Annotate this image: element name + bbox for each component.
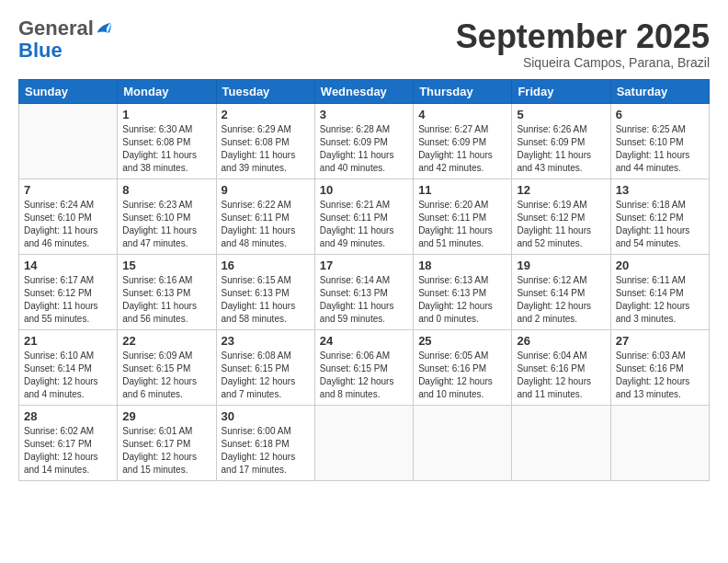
- calendar-week-1: 1Sunrise: 6:30 AM Sunset: 6:08 PM Daylig…: [19, 103, 710, 178]
- day-number: 12: [517, 183, 605, 197]
- day-number: 23: [222, 334, 310, 348]
- calendar-cell: 26Sunrise: 6:04 AM Sunset: 6:16 PM Dayli…: [512, 329, 610, 405]
- calendar-cell: [414, 405, 512, 480]
- calendar-cell: 10Sunrise: 6:21 AM Sunset: 6:11 PM Dayli…: [314, 178, 413, 254]
- calendar-cell: 25Sunrise: 6:05 AM Sunset: 6:16 PM Dayli…: [414, 329, 512, 405]
- calendar-cell: 12Sunrise: 6:19 AM Sunset: 6:12 PM Dayli…: [512, 178, 610, 254]
- day-number: 29: [122, 409, 210, 423]
- calendar-cell: 13Sunrise: 6:18 AM Sunset: 6:12 PM Dayli…: [610, 178, 709, 254]
- day-number: 13: [616, 183, 704, 197]
- day-number: 22: [122, 334, 210, 348]
- calendar-cell: 28Sunrise: 6:02 AM Sunset: 6:17 PM Dayli…: [19, 405, 118, 480]
- day-number: 1: [122, 108, 210, 121]
- day-info: Sunrise: 6:10 AM Sunset: 6:14 PM Dayligh…: [24, 350, 112, 401]
- day-info: Sunrise: 6:30 AM Sunset: 6:08 PM Dayligh…: [122, 123, 210, 175]
- calendar-cell: 27Sunrise: 6:03 AM Sunset: 6:16 PM Dayli…: [610, 329, 709, 405]
- day-info: Sunrise: 6:28 AM Sunset: 6:09 PM Dayligh…: [320, 123, 408, 175]
- calendar-cell: 30Sunrise: 6:00 AM Sunset: 6:18 PM Dayli…: [216, 405, 314, 480]
- calendar-cell: 15Sunrise: 6:16 AM Sunset: 6:13 PM Dayli…: [118, 254, 216, 329]
- calendar-week-4: 21Sunrise: 6:10 AM Sunset: 6:14 PM Dayli…: [19, 329, 710, 405]
- day-info: Sunrise: 6:23 AM Sunset: 6:10 PM Dayligh…: [122, 199, 210, 250]
- day-info: Sunrise: 6:13 AM Sunset: 6:13 PM Dayligh…: [418, 274, 506, 326]
- day-info: Sunrise: 6:08 AM Sunset: 6:15 PM Dayligh…: [222, 350, 310, 401]
- day-number: 18: [418, 259, 506, 272]
- calendar-cell: 22Sunrise: 6:09 AM Sunset: 6:15 PM Dayli…: [118, 329, 216, 405]
- page-header: General Blue September 2025 Siqueira Cam…: [18, 18, 710, 70]
- calendar-cell: 6Sunrise: 6:25 AM Sunset: 6:10 PM Daylig…: [610, 103, 709, 178]
- day-info: Sunrise: 6:21 AM Sunset: 6:11 PM Dayligh…: [320, 199, 408, 250]
- day-info: Sunrise: 6:20 AM Sunset: 6:11 PM Dayligh…: [418, 199, 506, 250]
- day-number: 3: [320, 108, 408, 121]
- day-info: Sunrise: 6:06 AM Sunset: 6:15 PM Dayligh…: [320, 350, 408, 401]
- calendar-cell: 3Sunrise: 6:28 AM Sunset: 6:09 PM Daylig…: [314, 103, 413, 178]
- day-number: 16: [222, 259, 310, 272]
- day-number: 30: [222, 409, 310, 423]
- location-subtitle: Siqueira Campos, Parana, Brazil: [456, 55, 710, 70]
- calendar-cell: 17Sunrise: 6:14 AM Sunset: 6:13 PM Dayli…: [314, 254, 413, 329]
- calendar-week-5: 28Sunrise: 6:02 AM Sunset: 6:17 PM Dayli…: [19, 405, 710, 480]
- day-number: 7: [24, 183, 112, 197]
- day-number: 9: [222, 183, 310, 197]
- calendar-cell: 8Sunrise: 6:23 AM Sunset: 6:10 PM Daylig…: [118, 178, 216, 254]
- day-info: Sunrise: 6:12 AM Sunset: 6:14 PM Dayligh…: [517, 274, 605, 326]
- day-number: 11: [418, 183, 506, 197]
- day-info: Sunrise: 6:25 AM Sunset: 6:10 PM Dayligh…: [616, 123, 704, 175]
- day-number: 26: [517, 334, 605, 348]
- calendar-cell: 23Sunrise: 6:08 AM Sunset: 6:15 PM Dayli…: [216, 329, 314, 405]
- day-info: Sunrise: 6:11 AM Sunset: 6:14 PM Dayligh…: [616, 274, 704, 326]
- day-header-saturday: Saturday: [610, 79, 709, 103]
- calendar-cell: 5Sunrise: 6:26 AM Sunset: 6:09 PM Daylig…: [512, 103, 610, 178]
- calendar-cell: 2Sunrise: 6:29 AM Sunset: 6:08 PM Daylig…: [216, 103, 314, 178]
- calendar-cell: 29Sunrise: 6:01 AM Sunset: 6:17 PM Dayli…: [118, 405, 216, 480]
- calendar-cell: 16Sunrise: 6:15 AM Sunset: 6:13 PM Dayli…: [216, 254, 314, 329]
- day-info: Sunrise: 6:22 AM Sunset: 6:11 PM Dayligh…: [222, 199, 310, 250]
- day-number: 25: [418, 334, 506, 348]
- day-number: 8: [122, 183, 210, 197]
- day-header-tuesday: Tuesday: [216, 79, 314, 103]
- month-title: September 2025: [456, 18, 710, 55]
- day-number: 17: [320, 259, 408, 272]
- calendar-cell: 14Sunrise: 6:17 AM Sunset: 6:12 PM Dayli…: [19, 254, 118, 329]
- calendar-cell: 11Sunrise: 6:20 AM Sunset: 6:11 PM Dayli…: [414, 178, 512, 254]
- calendar-week-3: 14Sunrise: 6:17 AM Sunset: 6:12 PM Dayli…: [19, 254, 710, 329]
- day-number: 14: [24, 259, 112, 272]
- day-info: Sunrise: 6:27 AM Sunset: 6:09 PM Dayligh…: [418, 123, 506, 175]
- logo-bird-icon: [96, 20, 112, 37]
- day-info: Sunrise: 6:00 AM Sunset: 6:18 PM Dayligh…: [222, 425, 310, 477]
- calendar-cell: [314, 405, 413, 480]
- day-number: 24: [320, 334, 408, 348]
- calendar-cell: [610, 405, 709, 480]
- day-info: Sunrise: 6:15 AM Sunset: 6:13 PM Dayligh…: [222, 274, 310, 326]
- day-number: 15: [122, 259, 210, 272]
- title-block: September 2025 Siqueira Campos, Parana, …: [456, 18, 710, 70]
- day-info: Sunrise: 6:19 AM Sunset: 6:12 PM Dayligh…: [517, 199, 605, 250]
- day-info: Sunrise: 6:03 AM Sunset: 6:16 PM Dayligh…: [616, 350, 704, 401]
- day-number: 5: [517, 108, 605, 121]
- day-info: Sunrise: 6:18 AM Sunset: 6:12 PM Dayligh…: [616, 199, 704, 250]
- day-info: Sunrise: 6:29 AM Sunset: 6:08 PM Dayligh…: [222, 123, 310, 175]
- calendar-week-2: 7Sunrise: 6:24 AM Sunset: 6:10 PM Daylig…: [19, 178, 710, 254]
- day-number: 2: [222, 108, 310, 121]
- day-number: 28: [24, 409, 112, 423]
- calendar-cell: 18Sunrise: 6:13 AM Sunset: 6:13 PM Dayli…: [414, 254, 512, 329]
- day-number: 10: [320, 183, 408, 197]
- day-number: 20: [616, 259, 704, 272]
- day-info: Sunrise: 6:05 AM Sunset: 6:16 PM Dayligh…: [418, 350, 506, 401]
- day-header-friday: Friday: [512, 79, 610, 103]
- calendar-cell: 9Sunrise: 6:22 AM Sunset: 6:11 PM Daylig…: [216, 178, 314, 254]
- day-info: Sunrise: 6:09 AM Sunset: 6:15 PM Dayligh…: [122, 350, 210, 401]
- calendar-header-row: SundayMondayTuesdayWednesdayThursdayFrid…: [19, 79, 710, 103]
- day-info: Sunrise: 6:04 AM Sunset: 6:16 PM Dayligh…: [517, 350, 605, 401]
- calendar-cell: 20Sunrise: 6:11 AM Sunset: 6:14 PM Dayli…: [610, 254, 709, 329]
- day-info: Sunrise: 6:02 AM Sunset: 6:17 PM Dayligh…: [24, 425, 112, 477]
- day-header-wednesday: Wednesday: [314, 79, 413, 103]
- day-info: Sunrise: 6:26 AM Sunset: 6:09 PM Dayligh…: [517, 123, 605, 175]
- day-info: Sunrise: 6:14 AM Sunset: 6:13 PM Dayligh…: [320, 274, 408, 326]
- day-info: Sunrise: 6:24 AM Sunset: 6:10 PM Dayligh…: [24, 199, 112, 250]
- day-header-monday: Monday: [118, 79, 216, 103]
- calendar-cell: 1Sunrise: 6:30 AM Sunset: 6:08 PM Daylig…: [118, 103, 216, 178]
- logo-blue-text: Blue: [18, 39, 63, 62]
- day-number: 19: [517, 259, 605, 272]
- calendar-cell: 7Sunrise: 6:24 AM Sunset: 6:10 PM Daylig…: [19, 178, 118, 254]
- calendar-cell: 4Sunrise: 6:27 AM Sunset: 6:09 PM Daylig…: [414, 103, 512, 178]
